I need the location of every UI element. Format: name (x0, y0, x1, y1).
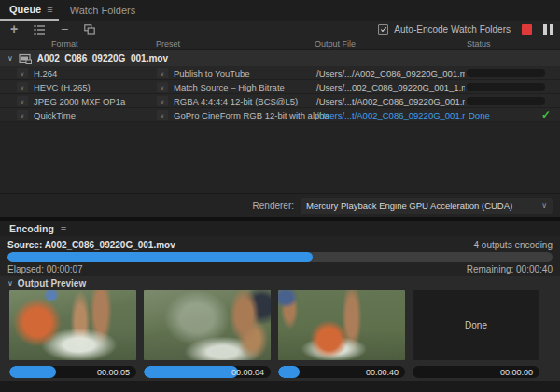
tab-queue[interactable]: Queue ≡ (0, 0, 59, 21)
auto-encode-checkbox-wrap[interactable]: Auto-Encode Watch Folders (378, 24, 511, 35)
encoding-tabbar: Encoding ≡ (0, 221, 560, 236)
renderer-row: Renderer: Mercury Playback Engine GPU Ac… (0, 193, 560, 217)
pause-queue-button[interactable] (543, 24, 553, 35)
preset-dropdown-icon[interactable]: ∨ (157, 110, 168, 120)
preview-progress-track: 00:00:00 (413, 366, 539, 378)
output-row[interactable]: ∨ H.264 ∨ Publish to YouTube /Users/.../… (0, 66, 560, 80)
queue-list: ∨ A002_C086_09220G_001.mov ∨ H.264 ∨ Pub… (0, 50, 560, 193)
encoding-progress-wrap (0, 250, 560, 262)
outputs-encoding-count: 4 outputs encoding (473, 240, 553, 250)
format-dropdown-icon[interactable]: ∨ (17, 110, 28, 120)
checkbox-check-icon (381, 25, 386, 31)
add-source-button[interactable]: + (7, 22, 21, 35)
preview-thumbnails: Done (0, 289, 560, 360)
remaining-time: Remaining: 00:00:40 (467, 264, 553, 274)
collapse-chevron-icon[interactable]: ∨ (7, 279, 13, 287)
encoding-source-label: Source: A002_C086_09220G_001.mov (7, 240, 175, 250)
encoding-time-line: Elapsed: 00:00:07 Remaining: 00:00:40 (0, 262, 560, 275)
encode-progress-track (467, 69, 545, 77)
done-check-icon: ✓ (541, 108, 551, 121)
encode-progress-track (467, 83, 545, 91)
preview-progress-fill (278, 366, 300, 378)
source-clip-icon (19, 53, 32, 64)
panel-menu-icon[interactable]: ≡ (61, 223, 66, 234)
output-preview-label: Output Preview (18, 278, 86, 288)
output-file-cell[interactable]: /Users/...t/A002_C086_09220G_001.mxf (315, 96, 465, 106)
queue-toolbar: + − Auto-Encode Watch Folders (0, 21, 560, 37)
format-dropdown-icon[interactable]: ∨ (17, 96, 28, 106)
add-output-icon[interactable] (33, 22, 46, 35)
renderer-dropdown[interactable]: Mercury Playback Engine GPU Acceleration… (301, 198, 553, 214)
encoding-panel: Encoding ≡ Source: A002_C086_09220G_001.… (0, 221, 560, 392)
tab-encoding-label[interactable]: Encoding (9, 223, 54, 234)
column-header-format: Format (51, 39, 78, 49)
elapsed-time: Elapsed: 00:00:07 (7, 264, 83, 274)
encoding-source-line: Source: A002_C086_09220G_001.mov 4 outpu… (0, 236, 560, 250)
output-file-cell[interactable]: /Users/.../A002_C086_09220G_001.mp4 (315, 68, 465, 78)
preview-progress-fill (9, 366, 56, 378)
tab-watch-folders[interactable]: Watch Folders (59, 0, 147, 21)
output-row[interactable]: ∨ QuickTime ∨ GoPro CineForm RGB 12-bit … (0, 108, 560, 122)
auto-encode-label: Auto-Encode Watch Folders (394, 24, 511, 35)
output-row[interactable]: ∨ HEVC (H.265) ∨ Match Source – High Bit… (0, 80, 560, 94)
encoding-progress-fill (7, 252, 313, 262)
format-dropdown-icon[interactable]: ∨ (17, 68, 28, 78)
duplicate-icon[interactable] (83, 22, 96, 35)
preset-cell[interactable]: RGBA 4:4:4:4 12-bit (BCS@L5) (168, 96, 315, 106)
status-cell: Done ✓ (465, 108, 560, 121)
stop-queue-button[interactable] (522, 24, 532, 35)
output-preview-header[interactable]: ∨ Output Preview (0, 276, 560, 289)
preview-progress-track: 00:00:40 (278, 366, 405, 378)
preset-cell[interactable]: GoPro CineForm RGB 12-bit with alpha (168, 110, 315, 120)
queue-column-headers: Format Preset Output File Status (0, 37, 560, 50)
preview-progress-bars: 00:00:05 00:00:04 00:00:40 00:00:00 (0, 360, 560, 378)
tab-watch-folders-label: Watch Folders (70, 5, 136, 16)
renderer-value: Mercury Playback Engine GPU Acceleration… (306, 201, 512, 211)
output-file-cell[interactable]: /Users/...002_C086_09220G_001_1.mp4 (315, 82, 465, 92)
preview-done-label: Done (465, 320, 487, 330)
preview-thumbnail (278, 290, 405, 360)
encode-progress-track (467, 97, 545, 105)
source-row[interactable]: ∨ A002_C086_09220G_001.mov (0, 50, 560, 66)
format-dropdown-icon[interactable]: ∨ (17, 82, 28, 92)
preset-dropdown-icon[interactable]: ∨ (157, 96, 168, 106)
preview-timecode: 00:00:40 (366, 368, 399, 377)
output-file-link[interactable]: /Users/...t/A002_C086_09220G_001.mov (315, 110, 465, 120)
format-cell[interactable]: H.264 (28, 68, 157, 78)
chevron-down-icon: ∨ (541, 202, 547, 210)
bottom-strip (0, 381, 560, 392)
format-cell[interactable]: QuickTime (28, 110, 157, 120)
output-row[interactable]: ∨ JPEG 2000 MXF OP1a ∨ RGBA 4:4:4:4 12-b… (0, 94, 560, 108)
tab-queue-label: Queue (9, 4, 41, 15)
preview-timecode: 00:00:05 (97, 368, 130, 377)
format-cell[interactable]: HEVC (H.265) (28, 82, 157, 92)
format-cell[interactable]: JPEG 2000 MXF OP1a (28, 96, 157, 106)
preset-cell[interactable]: Publish to YouTube (168, 68, 315, 78)
column-header-preset: Preset (156, 39, 180, 49)
preview-thumbnail (144, 290, 271, 360)
status-done-label: Done (469, 110, 490, 120)
status-cell (465, 83, 560, 91)
source-filename: A002_C086_09220G_001.mov (37, 53, 168, 63)
preset-dropdown-icon[interactable]: ∨ (157, 68, 168, 78)
status-cell (465, 97, 560, 105)
encoding-progress-track (7, 252, 553, 262)
auto-encode-checkbox[interactable] (378, 24, 388, 35)
column-header-output-file: Output File (315, 39, 356, 49)
preview-progress-track: 00:00:04 (144, 366, 271, 378)
collapse-chevron-icon[interactable]: ∨ (7, 54, 13, 63)
preset-dropdown-icon[interactable]: ∨ (157, 82, 168, 92)
preview-timecode: 00:00:00 (500, 368, 533, 377)
column-header-status: Status (467, 39, 491, 49)
panel-menu-icon[interactable]: ≡ (47, 4, 52, 15)
remove-button[interactable]: − (58, 22, 71, 35)
preview-progress-fill (144, 366, 238, 378)
preview-thumbnail-done: Done (413, 290, 539, 360)
output-preview-section: ∨ Output Preview Done 00:00:05 00:00:04 … (0, 276, 560, 382)
preview-progress-track: 00:00:05 (9, 366, 136, 378)
preset-cell[interactable]: Match Source – High Bitrate (168, 82, 315, 92)
preview-thumbnail (9, 290, 136, 360)
preview-timecode: 00:00:04 (231, 368, 264, 377)
media-encoder-window: { "queue": { "tabs": [ { "label": "Queue… (0, 0, 560, 392)
queue-tabbar: Queue ≡ Watch Folders (0, 0, 560, 21)
